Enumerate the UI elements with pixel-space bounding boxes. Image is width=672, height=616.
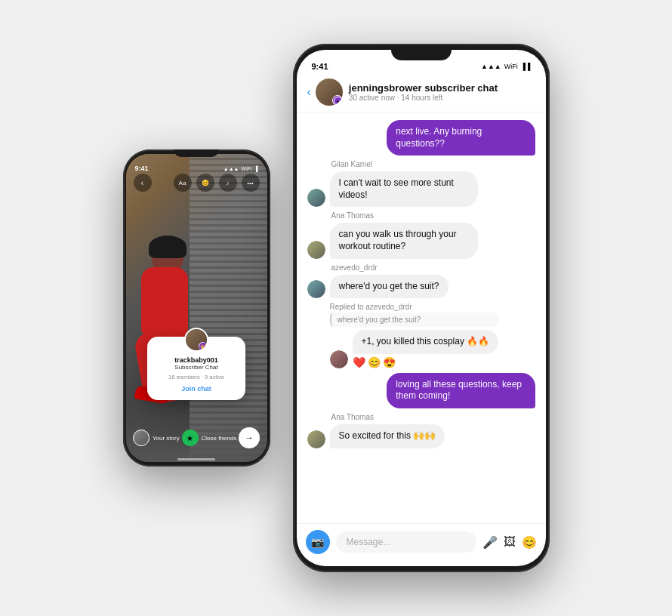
msg-row-gilan: I can't wait to see more stunt videos! [307,171,479,207]
right-home-indicator [391,560,452,563]
ana-bubble-2: So excited for this 🙌🙌 [330,424,445,448]
right-notch [391,50,452,60]
gilan-bubble: I can't wait to see more stunt videos! [330,171,479,207]
status-time: 9:41 [135,165,149,172]
msg-row-az: where'd you get the suit? [307,275,449,299]
signal-icon: ▲▲▲ [223,166,239,171]
channel-avatar: ★ [316,79,343,106]
your-story-avatar [133,430,150,446]
close-friends-item[interactable]: ★ Close friends [182,430,237,446]
sender-name-ana1: Ana Thomas [331,211,479,220]
reaction-heart: ❤️ [353,356,365,368]
channel-sub: 30 active now · 14 hours left [349,94,535,102]
reply-avatar [330,350,348,368]
more-tool-button[interactable]: ••• [242,174,260,192]
image-icon[interactable]: 🖼 [504,535,516,549]
msg-status-time: 9:41 [312,62,328,71]
az-bubble: where'd you get the suit? [330,275,449,299]
back-button[interactable]: ‹ [134,174,152,192]
reaction-smile: 😊 [368,356,381,368]
left-notch [174,149,219,157]
wifi-icon: WiFi [242,166,252,171]
msg-row-ana2: So excited for this 🙌🙌 [307,424,445,448]
close-friends-icon: ★ [182,430,199,446]
msg-status-icons: ▲▲▲ WiFi ▐▐ [481,63,531,70]
message-placeholder: Message... [347,537,391,547]
story-toolbar: ‹ Aa 😊 ♪ ••• [126,174,267,192]
message-list: next live. Any burning questions?? Gilan… [297,112,546,523]
status-icons: ▲▲▲ WiFi ▐ [223,166,258,171]
channel-info: jenningsbrower subscriber chat 30 active… [349,82,535,102]
story-tools: Aa 😊 ♪ ••• [174,174,260,192]
status-bar: 9:41 ▲▲▲ WiFi ▐ [126,165,267,172]
reply-bubble: +1, you killed this cosplay 🔥🔥 [353,330,499,354]
sender-name-az: azevedo_drdr [331,263,449,272]
channel-name: jenningsbrower subscriber chat [349,82,535,94]
ana-avatar-2 [307,430,325,448]
camera-button[interactable]: 📷 [306,530,330,554]
left-screen: 9:41 ▲▲▲ WiFi ▐ ‹ Aa 😊 ♪ ••• [126,154,267,462]
sender-name-gilan: Gilan Kamel [331,160,479,168]
reply-quote: where'd you get the suit? [330,313,499,327]
own-message-2: loving all these questions, keep them co… [387,373,535,408]
left-phone: 9:41 ▲▲▲ WiFi ▐ ‹ Aa 😊 ♪ ••• [123,149,270,467]
reply-sender: Replied to azevedo_drdr [330,303,499,311]
own-message-1: next live. Any burning questions?? [387,120,535,156]
join-chat-button[interactable]: Join chat [156,385,236,393]
chat-popup-avatar: ★ [184,328,208,352]
az-avatar [307,280,325,298]
message-group-az: azevedo_drdr where'd you get the suit? [307,263,449,299]
mic-icon[interactable]: 🎤 [482,535,498,550]
signal-bars-icon: ▲▲▲ [481,63,501,70]
story-background: 9:41 ▲▲▲ WiFi ▐ ‹ Aa 😊 ♪ ••• [126,154,267,462]
your-story-item[interactable]: Your story [133,430,180,446]
popup-members: 16 members · 9 active [156,374,236,380]
send-story-button[interactable]: → [239,427,260,448]
popup-label: Subscriber Chat [156,364,236,371]
gilan-avatar [307,189,325,207]
message-group-gilan: Gilan Kamel I can't wait to see more stu… [307,160,479,207]
right-phone: 9:41 ▲▲▲ WiFi ▐▐ ‹ ★ jenningsbrower subs… [293,44,550,572]
popup-username: trackbaby001 [156,356,236,364]
wifi-icon: WiFi [504,63,518,70]
reply-group: Replied to azevedo_drdr where'd you get … [330,303,499,368]
ana-avatar-1 [307,241,325,259]
msg-header: ‹ ★ jenningsbrower subscriber chat 30 ac… [297,74,546,112]
your-story-label: Your story [153,435,180,442]
sticker-tool-button[interactable]: 😊 [196,174,214,192]
crown-badge: ★ [334,97,343,106]
input-icons: 🎤 🖼 😊 [482,535,537,550]
battery-icon: ▐▐ [521,63,531,70]
sticker-icon[interactable]: 😊 [522,535,537,550]
message-group-ana1: Ana Thomas can you walk us through your … [307,211,479,258]
msg-screen: 9:41 ▲▲▲ WiFi ▐▐ ‹ ★ jenningsbrower subs… [297,50,546,566]
music-tool-button[interactable]: ♪ [219,174,237,192]
sender-name-ana2: Ana Thomas [331,413,445,421]
close-friends-label: Close friends [202,435,237,442]
story-bottom-bar: Your story ★ Close friends → [126,427,267,448]
message-group-ana2: Ana Thomas So excited for this 🙌🙌 [307,413,445,448]
msg-row-ana1: can you walk us through your workout rou… [307,223,479,258]
text-tool-button[interactable]: Aa [174,174,192,192]
home-indicator [177,458,215,460]
story-image [126,154,267,462]
ana-bubble-1: can you walk us through your workout rou… [330,223,479,258]
subscriber-badge: ★ [199,342,207,350]
battery-icon: ▐ [254,166,258,171]
message-reactions: ❤️ 😊 😍 [353,356,499,368]
reaction-eyes: 😍 [383,356,396,368]
back-button[interactable]: ‹ [307,85,311,99]
reply-content: +1, you killed this cosplay 🔥🔥 ❤️ 😊 😍 [330,330,499,368]
message-input[interactable]: Message... [336,531,476,553]
chat-popup-card: ★ trackbaby001 Subscriber Chat 16 member… [147,337,245,400]
